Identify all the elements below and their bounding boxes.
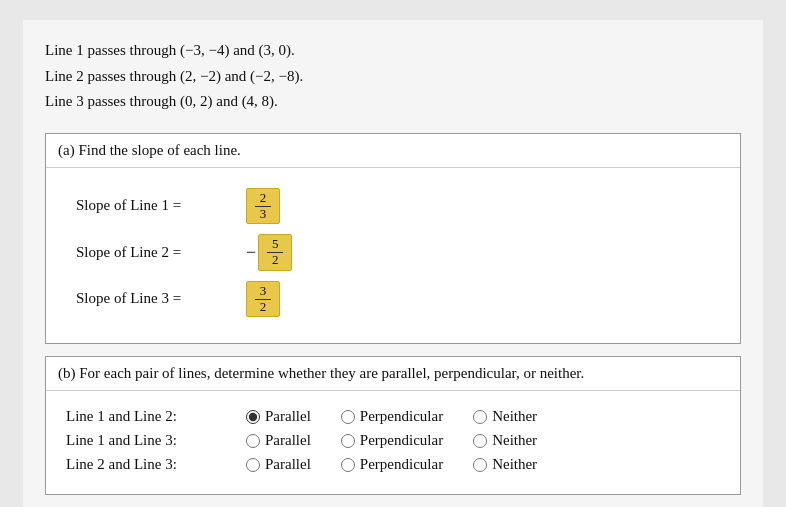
intro-lines: Line 1 passes through (−3, −4) and (3, 0… (45, 38, 741, 115)
perpendicular-option-23[interactable]: Perpendicular (341, 456, 443, 473)
pair-label-23: Line 2 and Line 3: (66, 456, 246, 473)
perpendicular-radio-12[interactable] (341, 410, 355, 424)
slope-line1-row: Slope of Line 1 = 2 3 (76, 188, 710, 225)
neither-label-23: Neither (492, 456, 537, 473)
perpendicular-option-13[interactable]: Perpendicular (341, 432, 443, 449)
neither-option-13[interactable]: Neither (473, 432, 537, 449)
parallel-radio-12[interactable] (246, 410, 260, 424)
perpendicular-radio-23[interactable] (341, 458, 355, 472)
slope-line2-fraction[interactable]: 5 2 (258, 234, 292, 271)
part-a-header: (a) Find the slope of each line. (46, 134, 740, 168)
pair-row-13: Line 1 and Line 3: Parallel Perpendicula… (66, 432, 720, 449)
pair-label-13: Line 1 and Line 3: (66, 432, 246, 449)
perpendicular-radio-13[interactable] (341, 434, 355, 448)
slope-line3-fraction[interactable]: 3 2 (246, 281, 280, 318)
slope-line2-label: Slope of Line 2 = (76, 244, 246, 261)
neither-radio-12[interactable] (473, 410, 487, 424)
perpendicular-label-23: Perpendicular (360, 456, 443, 473)
neither-option-23[interactable]: Neither (473, 456, 537, 473)
neither-label-12: Neither (492, 408, 537, 425)
slope-line3-denominator: 2 (255, 300, 271, 314)
part-a-body: Slope of Line 1 = 2 3 Slope of Line 2 = … (46, 168, 740, 344)
neither-label-13: Neither (492, 432, 537, 449)
negative-sign-line2: − (246, 242, 256, 263)
parallel-option-13[interactable]: Parallel (246, 432, 311, 449)
parallel-option-12[interactable]: Parallel (246, 408, 311, 425)
parallel-label-13: Parallel (265, 432, 311, 449)
slope-line1-label: Slope of Line 1 = (76, 197, 246, 214)
parallel-label-12: Parallel (265, 408, 311, 425)
pair-label-12: Line 1 and Line 2: (66, 408, 246, 425)
slope-line3-row: Slope of Line 3 = 3 2 (76, 281, 710, 318)
pair-row-23: Line 2 and Line 3: Parallel Perpendicula… (66, 456, 720, 473)
slope-line2-numerator: 5 (267, 237, 283, 253)
part-b-section: (b) For each pair of lines, determine wh… (45, 356, 741, 495)
parallel-radio-23[interactable] (246, 458, 260, 472)
intro-line3: Line 3 passes through (0, 2) and (4, 8). (45, 89, 741, 115)
intro-line2: Line 2 passes through (2, −2) and (−2, −… (45, 64, 741, 90)
page: Line 1 passes through (−3, −4) and (3, 0… (23, 20, 763, 507)
part-b-header: (b) For each pair of lines, determine wh… (46, 357, 740, 391)
perpendicular-label-13: Perpendicular (360, 432, 443, 449)
intro-line1: Line 1 passes through (−3, −4) and (3, 0… (45, 38, 741, 64)
slope-line1-fraction[interactable]: 2 3 (246, 188, 280, 225)
slope-line3-numerator: 3 (255, 284, 271, 300)
part-b-body: Line 1 and Line 2: Parallel Perpendicula… (46, 391, 740, 494)
neither-option-12[interactable]: Neither (473, 408, 537, 425)
slope-line3-label: Slope of Line 3 = (76, 290, 246, 307)
slope-line1-numerator: 2 (255, 191, 271, 207)
parallel-label-23: Parallel (265, 456, 311, 473)
pair-row-12: Line 1 and Line 2: Parallel Perpendicula… (66, 408, 720, 425)
slope-line2-row: Slope of Line 2 = − 5 2 (76, 234, 710, 271)
parallel-option-23[interactable]: Parallel (246, 456, 311, 473)
slope-line2-denominator: 2 (267, 253, 283, 267)
perpendicular-option-12[interactable]: Perpendicular (341, 408, 443, 425)
perpendicular-label-12: Perpendicular (360, 408, 443, 425)
slope-line1-denominator: 3 (255, 207, 271, 221)
parallel-radio-13[interactable] (246, 434, 260, 448)
neither-radio-13[interactable] (473, 434, 487, 448)
neither-radio-23[interactable] (473, 458, 487, 472)
part-a-section: (a) Find the slope of each line. Slope o… (45, 133, 741, 345)
